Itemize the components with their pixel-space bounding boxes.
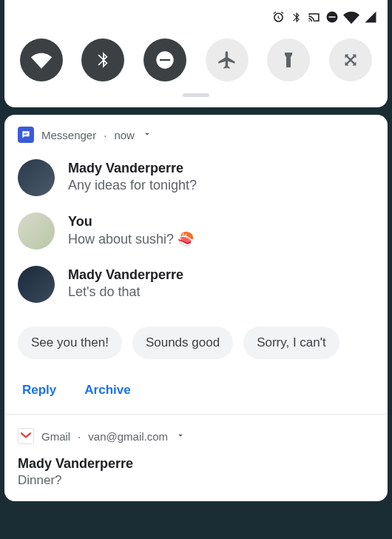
gmail-body: Mady Vanderperre Dinner? <box>4 453 388 501</box>
smart-reply-row: See you then! Sounds good Sorry, I can't <box>4 313 388 365</box>
svg-rect-5 <box>24 134 27 135</box>
reply-button[interactable]: Reply <box>22 383 56 398</box>
message-text: How about sushi? 🍣 <box>68 231 194 247</box>
quick-settings-row <box>4 33 388 93</box>
airplane-tile[interactable] <box>206 38 249 81</box>
message-text: Let's do that <box>68 284 183 300</box>
status-bar <box>4 6 388 33</box>
notification-time: now <box>114 129 135 141</box>
alarm-icon <box>271 10 285 24</box>
cast-icon <box>307 10 321 24</box>
notification-card: Messenger · now Mady Vanderperre Any ide… <box>4 115 388 501</box>
avatar <box>18 159 55 196</box>
notification-actions: Reply Archive <box>4 365 388 414</box>
message-row: Mady Vanderperre Any ideas for tonight? <box>4 153 388 207</box>
gmail-icon <box>18 428 34 444</box>
message-sender: You <box>68 214 194 230</box>
smart-reply-chip[interactable]: See you then! <box>18 327 122 359</box>
svg-rect-4 <box>24 133 28 134</box>
archive-button[interactable]: Archive <box>84 383 130 398</box>
wifi-tile[interactable] <box>20 38 63 81</box>
gmail-sender: Mady Vanderperre <box>18 456 374 472</box>
smart-reply-chip[interactable]: Sounds good <box>132 327 233 359</box>
gmail-notification-header[interactable]: Gmail · van@gmail.com <box>4 415 388 453</box>
flashlight-tile[interactable] <box>267 38 310 81</box>
smart-reply-chip[interactable]: Sorry, I can't <box>243 327 339 359</box>
bluetooth-icon <box>290 11 303 24</box>
app-name: Gmail <box>41 430 70 443</box>
chevron-down-icon[interactable] <box>142 129 152 141</box>
wifi-icon <box>343 9 359 25</box>
gmail-account: van@gmail.com <box>88 430 168 443</box>
gmail-subject: Dinner? <box>18 473 374 488</box>
messenger-icon <box>18 127 34 143</box>
message-sender: Mady Vanderperre <box>68 267 183 283</box>
message-text: Any ideas for tonight? <box>68 178 197 193</box>
dnd-tile[interactable] <box>143 38 186 81</box>
message-row: You How about sushi? 🍣 <box>4 207 388 260</box>
notification-header[interactable]: Messenger · now <box>4 115 388 153</box>
signal-icon <box>364 10 377 24</box>
chevron-down-icon[interactable] <box>175 430 186 443</box>
app-name: Messenger <box>41 129 96 141</box>
svg-rect-3 <box>160 59 170 61</box>
message-sender: Mady Vanderperre <box>68 161 197 176</box>
drag-handle[interactable] <box>183 93 209 97</box>
svg-rect-1 <box>329 16 336 18</box>
avatar <box>18 266 55 303</box>
message-row: Mady Vanderperre Let's do that <box>4 260 388 313</box>
dnd-icon <box>325 10 339 24</box>
bluetooth-tile[interactable] <box>81 38 124 81</box>
autorotate-tile[interactable] <box>329 38 372 81</box>
avatar <box>18 212 55 250</box>
quick-settings-panel <box>4 0 388 107</box>
